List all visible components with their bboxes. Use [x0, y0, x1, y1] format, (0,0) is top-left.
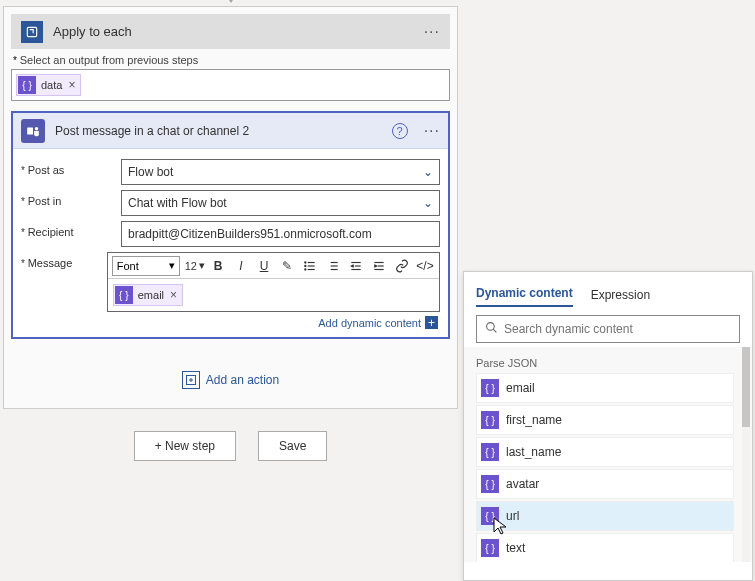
email-token-icon: { }	[115, 286, 133, 304]
link-button[interactable]	[392, 256, 412, 276]
json-icon: { }	[481, 475, 499, 493]
plus-icon: +	[425, 316, 438, 329]
post-as-select[interactable]: Flow bot⌄	[121, 159, 440, 185]
token-data[interactable]: { } data ×	[16, 74, 81, 96]
dyn-item-first-name[interactable]: { }first_name	[476, 405, 734, 435]
bold-button[interactable]: B	[208, 256, 228, 276]
underline-button[interactable]: U	[254, 256, 274, 276]
dynamic-content-panel: Dynamic content Expression Parse JSON { …	[463, 271, 753, 581]
add-action-icon	[182, 371, 200, 389]
svg-point-7	[305, 268, 306, 269]
data-token-icon: { }	[18, 76, 36, 94]
chevron-down-icon: ⌄	[423, 165, 433, 179]
dyn-item-email[interactable]: { }email	[476, 373, 734, 403]
recipient-input[interactable]: bradpitt@CitizenBuilders951.onmicrosoft.…	[121, 221, 440, 247]
scrollbar-thumb[interactable]	[742, 347, 750, 427]
inner-action-title: Post message in a chat or channel 2	[55, 124, 382, 138]
remove-data-token[interactable]: ×	[68, 78, 75, 92]
email-token-label: email	[138, 289, 164, 301]
chevron-down-icon: ⌄	[423, 196, 433, 210]
json-icon: { }	[481, 443, 499, 461]
highlight-button[interactable]: ✎	[277, 256, 297, 276]
apply-to-each-header[interactable]: Apply to each ···	[11, 14, 450, 49]
json-icon: { }	[481, 379, 499, 397]
remove-email-token[interactable]: ×	[170, 288, 177, 302]
add-action-button[interactable]: Add an action	[11, 371, 450, 389]
post-message-header[interactable]: Post message in a chat or channel 2 ? ··…	[13, 113, 448, 149]
inner-action-menu[interactable]: ···	[424, 122, 440, 140]
svg-rect-0	[27, 27, 36, 36]
token-email[interactable]: { } email ×	[113, 284, 183, 306]
svg-point-2	[35, 126, 39, 130]
dyn-item-text[interactable]: { }text	[476, 533, 734, 562]
svg-line-22	[493, 329, 496, 332]
search-icon	[485, 320, 498, 338]
apply-to-each-title: Apply to each	[53, 24, 414, 39]
loop-icon	[21, 21, 43, 43]
svg-rect-1	[27, 127, 33, 134]
output-selector[interactable]: { } data ×	[11, 69, 450, 101]
svg-point-5	[305, 265, 306, 266]
dyn-item-avatar[interactable]: { }avatar	[476, 469, 734, 499]
data-token-label: data	[41, 79, 62, 91]
teams-icon	[21, 119, 45, 143]
recipient-label: Recipient	[21, 221, 111, 238]
post-in-label: Post in	[21, 190, 111, 207]
dyn-section-parse-json: Parse JSON	[476, 357, 734, 369]
select-output-label: Select an output from previous steps	[13, 54, 450, 66]
dynamic-search-input[interactable]	[504, 322, 731, 336]
number-list-button[interactable]	[323, 256, 343, 276]
dyn-item-last-name[interactable]: { }last_name	[476, 437, 734, 467]
indent-button[interactable]	[369, 256, 389, 276]
message-body[interactable]: { } email ×	[108, 279, 439, 311]
tab-dynamic-content[interactable]: Dynamic content	[476, 286, 573, 307]
tab-expression[interactable]: Expression	[591, 288, 650, 307]
fontsize-select[interactable]: 12▾	[185, 256, 205, 276]
rich-text-toolbar: Font▾ 12▾ B I U ✎ <	[108, 253, 439, 279]
add-dynamic-content-link[interactable]: Add dynamic content +	[107, 312, 440, 329]
json-icon: { }	[481, 411, 499, 429]
json-icon: { }	[481, 507, 499, 525]
post-in-select[interactable]: Chat with Flow bot⌄	[121, 190, 440, 216]
svg-point-21	[487, 323, 495, 331]
bullet-list-button[interactable]	[300, 256, 320, 276]
new-step-button[interactable]: + New step	[134, 431, 236, 461]
post-as-label: Post as	[21, 159, 111, 176]
help-icon[interactable]: ?	[392, 123, 408, 139]
save-button[interactable]: Save	[258, 431, 327, 461]
font-select[interactable]: Font▾	[112, 256, 180, 276]
message-label: Message	[21, 252, 97, 269]
apply-to-each-menu[interactable]: ···	[424, 23, 440, 41]
message-editor[interactable]: Font▾ 12▾ B I U ✎ <	[107, 252, 440, 312]
dynamic-search[interactable]	[476, 315, 740, 343]
outdent-button[interactable]	[346, 256, 366, 276]
dyn-item-url[interactable]: { }url	[476, 501, 734, 531]
json-icon: { }	[481, 539, 499, 557]
italic-button[interactable]: I	[231, 256, 251, 276]
svg-point-3	[305, 261, 306, 262]
code-view-button[interactable]: </>	[415, 256, 435, 276]
